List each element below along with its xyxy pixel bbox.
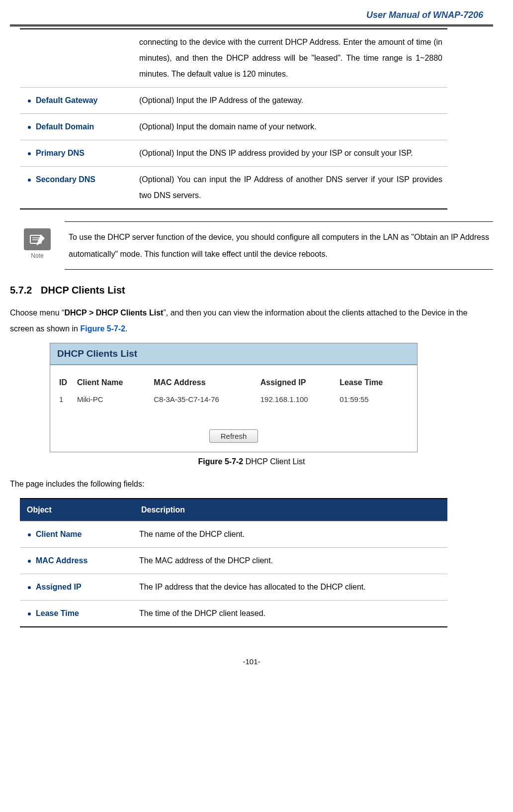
- term-cell: Default Domain: [20, 114, 134, 140]
- note-block: Note To use the DHCP server function of …: [20, 221, 493, 270]
- fields-intro: The page includes the following fields:: [10, 476, 493, 492]
- note-pencil-icon: [24, 228, 51, 250]
- desc-cell: The IP address that the device has alloc…: [134, 574, 447, 601]
- para-text: .: [125, 324, 127, 333]
- page-number: -101-: [10, 657, 493, 666]
- cell-id: 1: [57, 394, 75, 405]
- screenshot-title: DHCP Clients List: [50, 343, 417, 365]
- section-title: DHCP Clients List: [41, 285, 125, 296]
- term-label: Client Name: [36, 530, 82, 538]
- col-client-name: Client Name: [75, 376, 152, 394]
- table-row: Client Name The name of the DHCP client.: [20, 521, 447, 548]
- table-row: Lease Time The time of the DHCP client l…: [20, 601, 447, 627]
- desc-cell: The time of the DHCP client leased.: [134, 601, 447, 627]
- table-row: Default Domain (Optional) Input the doma…: [20, 114, 447, 140]
- th-description: Description: [134, 499, 447, 521]
- cell-mac: C8-3A-35-C7-14-76: [152, 394, 258, 405]
- table-row: Primary DNS (Optional) Input the DNS IP …: [20, 140, 447, 167]
- desc-cell: (Optional) Input the domain name of your…: [134, 114, 447, 140]
- table-row: Default Gateway (Optional) Input the IP …: [20, 88, 447, 114]
- term-label: Default Gateway: [36, 96, 97, 104]
- col-ip: Assigned IP: [258, 376, 338, 394]
- desc-cell: The MAC address of the DHCP client.: [134, 548, 447, 574]
- table-row: MAC Address The MAC address of the DHCP …: [20, 548, 447, 574]
- client-row: 1 Miki-PC C8-3A-35-C7-14-76 192.168.1.10…: [57, 394, 410, 405]
- cell-ip: 192.168.1.100: [258, 394, 338, 405]
- dhcp-clients-screenshot: DHCP Clients List ID Client Name MAC Add…: [50, 343, 418, 452]
- note-icon-wrap: Note: [20, 228, 55, 259]
- term-label: Assigned IP: [36, 583, 82, 591]
- term-label: MAC Address: [36, 556, 87, 565]
- term-label: Default Domain: [36, 122, 94, 131]
- term-label: Primary DNS: [36, 149, 85, 157]
- term-cell: MAC Address: [20, 548, 134, 574]
- col-id: ID: [57, 376, 75, 394]
- header-rule: [10, 24, 493, 26]
- term-cell: Primary DNS: [20, 140, 134, 167]
- client-list-table: ID Client Name MAC Address Assigned IP L…: [57, 376, 410, 405]
- term-cell: Lease Time: [20, 601, 134, 627]
- desc-cell: (Optional) You can input the IP Address …: [134, 167, 447, 209]
- fields-table: Object Description Client Name The name …: [20, 498, 447, 627]
- para-text: Choose menu “: [10, 308, 64, 317]
- section-paragraph: Choose menu “DHCP > DHCP Clients List”, …: [10, 305, 493, 337]
- figure-title: DHCP Client List: [243, 457, 305, 466]
- term-cell: Client Name: [20, 521, 134, 548]
- dhcp-settings-table: connecting to the device with the curren…: [20, 28, 447, 209]
- table-row: Secondary DNS (Optional) You can input t…: [20, 167, 447, 209]
- term-cell: Secondary DNS: [20, 167, 134, 209]
- th-object: Object: [20, 499, 134, 521]
- term-label: Secondary DNS: [36, 175, 95, 184]
- desc-cell: (Optional) Input the IP Address of the g…: [134, 88, 447, 114]
- refresh-button[interactable]: Refresh: [209, 429, 258, 443]
- section-heading: 5.7.2 DHCP Clients List: [10, 285, 493, 296]
- figure-label: Figure 5-7-2: [198, 457, 244, 466]
- table-row: connecting to the device with the curren…: [20, 29, 447, 88]
- term-cell: [20, 29, 134, 88]
- cell-name: Miki-PC: [75, 394, 152, 405]
- note-text: To use the DHCP server function of the d…: [65, 221, 493, 270]
- cell-lease: 01:59:55: [338, 394, 410, 405]
- figure-caption: Figure 5-7-2 DHCP Client List: [10, 457, 493, 466]
- col-lease: Lease Time: [338, 376, 410, 394]
- desc-cell: connecting to the device with the curren…: [134, 29, 447, 88]
- table-row: Assigned IP The IP address that the devi…: [20, 574, 447, 601]
- note-label: Note: [20, 252, 55, 259]
- term-cell: Default Gateway: [20, 88, 134, 114]
- menu-path: DHCP > DHCP Clients List: [64, 308, 163, 317]
- desc-cell: (Optional) Input the DNS IP address prov…: [134, 140, 447, 167]
- desc-cell: The name of the DHCP client.: [134, 521, 447, 548]
- figure-link[interactable]: Figure 5-7-2: [80, 324, 125, 333]
- section-number: 5.7.2: [10, 285, 32, 296]
- col-mac: MAC Address: [152, 376, 258, 394]
- term-label: Lease Time: [36, 609, 79, 617]
- doc-header-title: User Manual of WNAP-7206: [10, 10, 493, 24]
- term-cell: Assigned IP: [20, 574, 134, 601]
